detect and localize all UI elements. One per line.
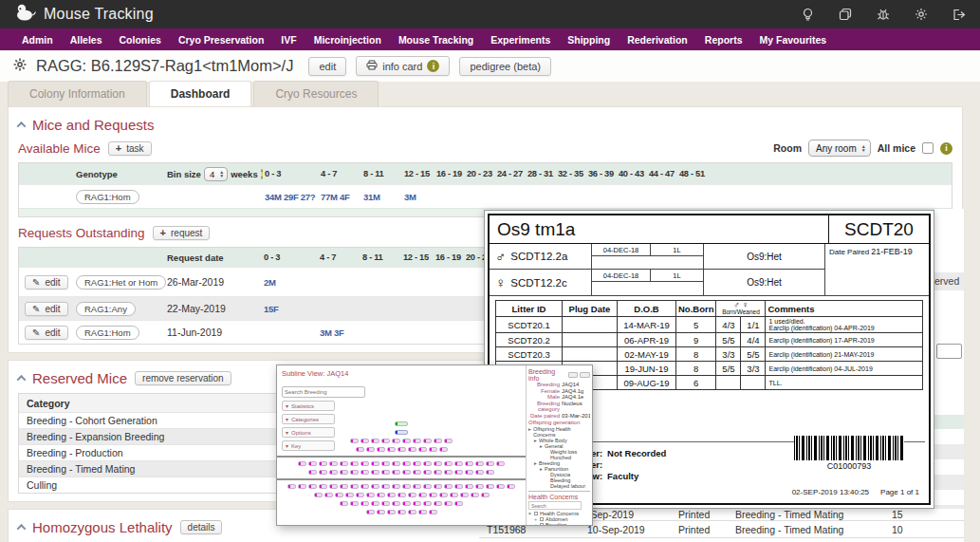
pedigree-node[interactable] xyxy=(429,447,437,452)
pedigree-panel-toggle[interactable]: ▾Categories xyxy=(282,414,335,424)
nav-item[interactable]: Shipping xyxy=(559,34,619,46)
pedigree-node[interactable] xyxy=(486,461,494,466)
pedigree-node[interactable] xyxy=(371,470,379,475)
pedigree-node[interactable] xyxy=(402,501,411,506)
nav-item[interactable]: Rederivation xyxy=(619,34,696,46)
pedigree-panel-toggle[interactable]: ▾Statistics xyxy=(282,401,335,411)
pedigree-node[interactable] xyxy=(439,493,448,497)
edit-request-button[interactable]: edit xyxy=(25,302,68,316)
pedigree-node[interactable] xyxy=(454,484,463,489)
pedigree-node[interactable] xyxy=(413,484,421,489)
pedigree-node[interactable] xyxy=(413,461,421,466)
pedigree-node[interactable] xyxy=(319,484,327,489)
pedigree-node[interactable] xyxy=(308,484,317,489)
checkbox[interactable] xyxy=(534,512,538,515)
tab[interactable]: Colony Information xyxy=(8,81,147,106)
pedigree-panel-toggle[interactable]: ▾Key xyxy=(282,440,335,451)
pedigree-node[interactable] xyxy=(392,461,400,466)
pedigree-node[interactable] xyxy=(377,510,385,514)
nav-item[interactable]: Microinjection xyxy=(305,34,390,46)
pedigree-node[interactable] xyxy=(356,493,364,497)
pedigree-node[interactable] xyxy=(454,461,463,466)
pedigree-node[interactable] xyxy=(361,501,369,506)
pedigree-node[interactable] xyxy=(465,461,473,466)
pedigree-node[interactable] xyxy=(395,430,408,435)
pedigree-node[interactable] xyxy=(381,461,390,466)
pedigree-node[interactable] xyxy=(496,461,505,466)
pedigree-node[interactable] xyxy=(361,470,369,475)
pedigree-node[interactable] xyxy=(371,461,379,466)
pedigree-node[interactable] xyxy=(444,501,453,506)
pedigree-node[interactable] xyxy=(392,484,400,489)
pedigree-node[interactable] xyxy=(434,470,442,475)
add-request-button[interactable]: +request xyxy=(153,226,211,240)
pedigree-node[interactable] xyxy=(350,484,359,489)
pedigree-node[interactable] xyxy=(454,501,463,506)
breeding-search-input[interactable] xyxy=(282,386,365,398)
pedigree-node[interactable] xyxy=(434,501,442,506)
collapse-chevron-icon[interactable] xyxy=(17,524,27,533)
pedigree-node[interactable] xyxy=(460,493,469,497)
pedigree-node[interactable] xyxy=(418,447,427,452)
pedigree-node[interactable] xyxy=(475,461,484,466)
offspring-generation-link[interactable]: Offspring generation xyxy=(528,419,590,426)
health-tree-item[interactable]: Delayed labour xyxy=(528,483,590,489)
pedigree-node[interactable] xyxy=(413,501,421,506)
pedigree-node[interactable] xyxy=(444,484,453,489)
pedigree-node[interactable] xyxy=(381,484,390,489)
checkbox[interactable] xyxy=(540,517,544,521)
pedigree-node[interactable] xyxy=(475,484,484,489)
pedigree-button[interactable]: pedigree (beta) xyxy=(459,57,551,76)
pedigree-node[interactable] xyxy=(434,461,442,466)
bin-size-select[interactable]: 4▲▼ xyxy=(204,167,228,181)
pedigree-panel-toggle[interactable]: ▾Options xyxy=(282,427,335,438)
pedigree-node[interactable] xyxy=(381,501,390,506)
pedigree-node[interactable] xyxy=(335,493,343,497)
nav-item[interactable]: Cryo Preservation xyxy=(170,34,272,46)
pedigree-node[interactable] xyxy=(408,493,416,497)
pedigree-node[interactable] xyxy=(298,484,306,489)
pedigree-node[interactable] xyxy=(444,461,453,466)
mouse-count-cell[interactable]: 3M 3F xyxy=(317,327,360,338)
windows-icon[interactable] xyxy=(839,8,852,21)
pedigree-node[interactable] xyxy=(366,493,375,497)
tab[interactable]: Cryo Resources xyxy=(253,81,379,106)
pedigree-node[interactable] xyxy=(486,484,494,489)
checkbox[interactable] xyxy=(540,523,544,526)
pedigree-node[interactable] xyxy=(481,493,490,497)
pedigree-node[interactable] xyxy=(402,461,411,466)
lightbulb-icon[interactable] xyxy=(802,8,814,22)
pedigree-node[interactable] xyxy=(387,447,396,452)
nav-item[interactable]: Admin xyxy=(13,34,62,46)
pedigree-node[interactable] xyxy=(392,439,400,443)
pedigree-node[interactable] xyxy=(361,484,369,489)
pedigree-node[interactable] xyxy=(340,461,348,466)
pedigree-node[interactable] xyxy=(475,470,484,475)
pedigree-node[interactable] xyxy=(507,484,515,489)
pedigree-node[interactable] xyxy=(408,447,416,452)
pedigree-node[interactable] xyxy=(413,470,421,475)
mouse-count-cell[interactable]: 31M xyxy=(361,192,401,202)
pedigree-node[interactable] xyxy=(340,484,348,489)
pedigree-node[interactable] xyxy=(366,510,375,514)
nav-item[interactable]: Colonies xyxy=(111,34,170,46)
pedigree-node[interactable] xyxy=(392,470,400,475)
pedigree-node[interactable] xyxy=(496,484,505,489)
pedigree-node[interactable] xyxy=(340,501,348,506)
pedigree-node[interactable] xyxy=(340,470,348,475)
mouse-count-cell[interactable]: 77M 4F xyxy=(318,192,361,202)
pedigree-node[interactable] xyxy=(345,493,354,497)
pedigree-node[interactable] xyxy=(392,501,400,506)
details-button[interactable]: details xyxy=(180,520,223,534)
pedigree-node[interactable] xyxy=(329,484,338,489)
pedigree-node[interactable] xyxy=(471,493,479,497)
pedigree-node[interactable] xyxy=(423,484,432,489)
add-task-button[interactable]: +task xyxy=(108,141,152,156)
pedigree-node[interactable] xyxy=(387,493,396,497)
all-mice-checkbox[interactable] xyxy=(922,142,934,154)
pedigree-node[interactable] xyxy=(413,439,421,443)
pedigree-node[interactable] xyxy=(402,470,411,475)
pedigree-node[interactable] xyxy=(350,501,359,506)
pedigree-node[interactable] xyxy=(319,461,327,466)
nav-item[interactable]: Mouse Tracking xyxy=(390,34,482,46)
